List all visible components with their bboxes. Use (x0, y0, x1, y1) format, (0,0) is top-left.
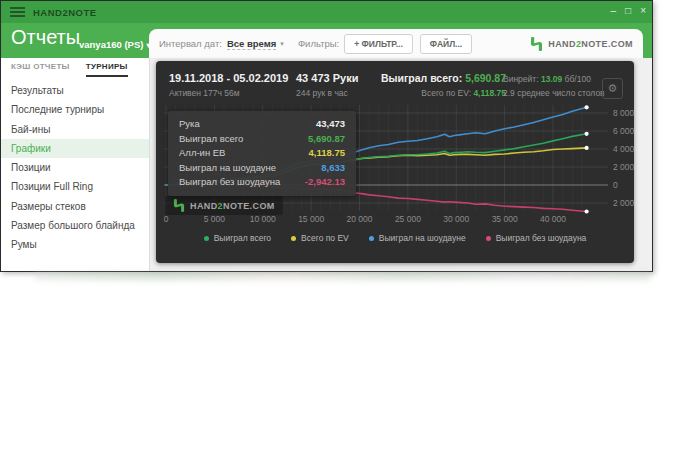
window-controls: – □ × (611, 4, 646, 18)
legend-item[interactable]: Выиграл без шоудауна (486, 233, 587, 243)
hand2note-logo-icon (173, 199, 185, 212)
app-title: HAND2NOTE (33, 7, 97, 18)
close-button[interactable]: × (640, 4, 646, 18)
chart-legend: Выиграл всегоВсего по EVВыиграл на шоуда… (156, 233, 634, 243)
legend-label: Выиграл на шоудауне (379, 233, 466, 243)
watermark-text: HAND2NOTE.COM (190, 201, 275, 211)
filters-label: Фильтры: (298, 38, 339, 49)
sidebar-item-razmer-bolshogo-blaynda[interactable]: Размер большого блайнда (1, 216, 149, 235)
sidebar-item-pozicii-full-ring[interactable]: Позиции Full Ring (1, 177, 149, 196)
maximize-button[interactable]: □ (625, 4, 631, 18)
legend-item[interactable]: Выиграл на шоудауне (369, 233, 466, 243)
page-title: Отчеты (11, 26, 80, 49)
tooltip-label: Рука (179, 117, 200, 132)
tab-cash-reports[interactable]: КЭШ ОТЧЕТЫ (11, 62, 70, 77)
date-range-select[interactable]: Все время (227, 38, 276, 50)
tooltip-row: Выиграл всего5,690.87 (179, 132, 345, 147)
svg-text:20 000: 20 000 (347, 214, 373, 224)
svg-text:30 000: 30 000 (443, 214, 469, 224)
svg-text:0: 0 (164, 214, 169, 224)
legend-dot-icon (291, 236, 296, 241)
legend-dot-icon (486, 236, 491, 241)
sidebar-item-pozicii[interactable]: Позиции (1, 158, 149, 177)
minimize-button[interactable]: – (611, 4, 617, 18)
svg-text:15 000: 15 000 (298, 214, 324, 224)
tooltip-row: Выиграл без шоудауна-2,942.13 (179, 175, 345, 190)
legend-label: Выиграл всего (214, 233, 271, 243)
hand2note-brand: HAND2NOTE.COM (530, 37, 633, 51)
chevron-down-icon: ▾ (280, 40, 284, 48)
tooltip-label: Выиграл всего (179, 132, 243, 147)
svg-text:40 000: 40 000 (540, 214, 566, 224)
tooltip-row: Выиграл на шоудауне8,633 (179, 161, 345, 176)
tooltip-row: Алл-ин ЕВ4,118.75 (179, 146, 345, 161)
sidebar-item-rumy[interactable]: Румы (1, 235, 149, 254)
sidebar: КЭШ ОТЧЕТЫ ТУРНИРЫ РезультатыПоследние т… (1, 58, 149, 271)
title-bar: HAND2NOTE – □ × (1, 1, 652, 23)
tooltip-label: Выиграл на шоудауне (179, 161, 276, 176)
hamburger-menu-icon[interactable] (10, 7, 25, 17)
chart-tooltip: Рука43,473Выиграл всего5,690.87Алл-ин ЕВ… (168, 111, 356, 196)
graph-report-panel: 19.11.2018 - 05.02.2019 Активен 177ч 56м… (156, 61, 634, 263)
sidebar-item-grafiki[interactable]: Графики (1, 139, 149, 158)
legend-dot-icon (369, 236, 374, 241)
svg-text:8 000: 8 000 (613, 108, 634, 118)
add-filter-button[interactable]: + ФИЛЬТР... (344, 34, 413, 54)
tab-tournaments[interactable]: ТУРНИРЫ (86, 62, 128, 77)
tooltip-value: 5,690.87 (308, 132, 345, 147)
report-tabs: КЭШ ОТЧЕТЫ ТУРНИРЫ (1, 58, 149, 77)
svg-text:4 000: 4 000 (613, 144, 634, 154)
tooltip-row: Рука43,473 (179, 117, 345, 132)
svg-text:2 000: 2 000 (613, 198, 634, 208)
svg-text:0: 0 (613, 180, 618, 190)
sidebar-item-poslednie-turniry[interactable]: Последние турниры (1, 100, 149, 119)
file-button[interactable]: ФАЙЛ... (420, 34, 472, 54)
legend-label: Всего по EV (301, 233, 349, 243)
svg-text:5 000: 5 000 (204, 214, 226, 224)
desktop-background-strip (35, 273, 650, 280)
tooltip-value: 4,118.75 (309, 146, 345, 161)
tooltip-value: 43,473 (316, 117, 345, 132)
brand-text: HAND2NOTE.COM (548, 39, 633, 49)
legend-item[interactable]: Всего по EV (291, 233, 349, 243)
chart-watermark: HAND2NOTE.COM (165, 196, 283, 215)
sidebar-item-rezultaty[interactable]: Результаты (1, 81, 149, 100)
app-window: HAND2NOTE – □ × Отчеты vanya160 (PS)▾ Ин… (0, 0, 653, 272)
sidebar-item-razmery-stekov[interactable]: Размеры стеков (1, 197, 149, 216)
legend-label: Выиграл без шоудауна (496, 233, 587, 243)
toolbar: Интервал дат: Все время ▾ Фильтры: + ФИЛ… (149, 29, 643, 58)
svg-text:25 000: 25 000 (395, 214, 421, 224)
sidebar-item-bay-iny[interactable]: Бай-ины (1, 120, 149, 139)
svg-text:10 000: 10 000 (250, 214, 276, 224)
tooltip-value: 8,633 (321, 161, 345, 176)
tooltip-label: Выиграл без шоудауна (179, 175, 280, 190)
legend-dot-icon (204, 236, 209, 241)
svg-text:35 000: 35 000 (492, 214, 518, 224)
account-selector[interactable]: vanya160 (PS)▾ (79, 39, 150, 50)
tooltip-value: -2,942.13 (305, 175, 345, 190)
tooltip-label: Алл-ин ЕВ (179, 146, 225, 161)
hand2note-logo-icon (530, 37, 543, 51)
svg-text:2 000: 2 000 (613, 162, 634, 172)
account-name: vanya160 (PS) (79, 39, 143, 50)
desktop: HAND2NOTE – □ × Отчеты vanya160 (PS)▾ Ин… (0, 0, 700, 450)
sidebar-nav: РезультатыПоследние турнирыБай-иныГрафик… (1, 81, 149, 255)
interval-label: Интервал дат: (159, 38, 222, 49)
legend-item[interactable]: Выиграл всего (204, 233, 271, 243)
svg-text:6 000: 6 000 (613, 126, 634, 136)
